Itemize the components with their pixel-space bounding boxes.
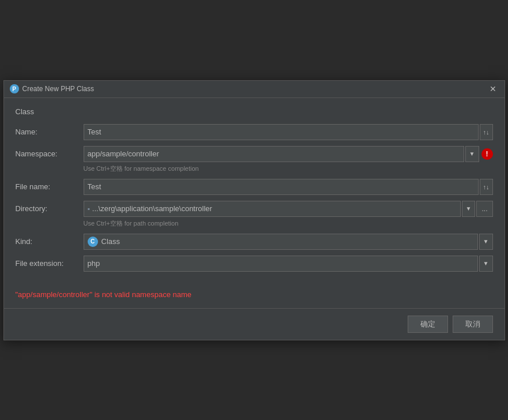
file-extension-select-container: php [84, 256, 478, 272]
dialog-body: Class Name: ↑↓ Namespace: ▼ ! Use Ctrl+空… [4, 98, 505, 281]
directory-dropdown-arrow[interactable]: ▼ [462, 201, 476, 217]
dialog-title: Create New PHP Class [22, 85, 95, 93]
namespace-label: Namespace: [16, 149, 79, 158]
file-extension-row: php ▼ [84, 256, 493, 272]
kind-value: Class [101, 237, 121, 246]
title-bar-left: P Create New PHP Class [10, 84, 95, 93]
kind-class-icon: C [88, 237, 98, 247]
title-bar: P Create New PHP Class ✕ [4, 81, 505, 98]
kind-dropdown-arrow[interactable]: ▼ [479, 234, 493, 250]
error-section: "app/sample/controller" is not valid nam… [4, 281, 505, 308]
filename-input[interactable] [84, 179, 479, 195]
file-extension-label: File extension: [16, 259, 79, 268]
name-sort-button[interactable]: ↑↓ [480, 124, 493, 140]
kind-row: C Class ▼ [84, 234, 493, 250]
kind-select-container: C Class [84, 234, 478, 250]
kind-label: Kind: [16, 237, 79, 246]
file-extension-value: php [88, 259, 100, 268]
filename-label: File name: [16, 182, 79, 191]
namespace-row: ▼ ! [84, 146, 493, 162]
directory-row: ▪ ...\zerg\application\sample\controller… [84, 201, 493, 217]
name-row: ↑↓ [84, 124, 493, 140]
namespace-dropdown-arrow[interactable]: ▼ [465, 146, 479, 162]
confirm-button[interactable]: 确定 [408, 316, 448, 333]
folder-icon: ▪ [88, 205, 90, 213]
cancel-button[interactable]: 取消 [453, 316, 493, 333]
namespace-hint: Use Ctrl+空格 for namespace completion [84, 164, 493, 173]
directory-input-container: ▪ ...\zerg\application\sample\controller [84, 201, 461, 217]
dialog-footer: 确定 取消 [4, 308, 505, 340]
file-extension-dropdown-arrow[interactable]: ▼ [479, 256, 493, 272]
directory-value: ...\zerg\application\sample\controller [92, 204, 212, 213]
form-grid: Name: ↑↓ Namespace: ▼ ! Use Ctrl+空格 for … [16, 124, 493, 272]
filename-sort-button[interactable]: ↑↓ [480, 179, 493, 195]
name-input[interactable] [84, 124, 479, 140]
error-message: "app/sample/controller" is not valid nam… [16, 290, 192, 299]
directory-label: Directory: [16, 204, 79, 213]
php-icon: P [10, 84, 19, 93]
filename-row: ↑↓ [84, 179, 493, 195]
directory-hint: Use Ctrl+空格 for path completion [84, 219, 493, 228]
close-button[interactable]: ✕ [487, 84, 499, 94]
browse-button[interactable]: ... [476, 201, 492, 217]
section-title: Class [16, 107, 493, 116]
namespace-input[interactable] [84, 146, 464, 162]
create-php-class-dialog: P Create New PHP Class ✕ Class Name: ↑↓ … [3, 80, 505, 340]
namespace-error-icon: ! [481, 148, 493, 160]
name-label: Name: [16, 127, 79, 136]
